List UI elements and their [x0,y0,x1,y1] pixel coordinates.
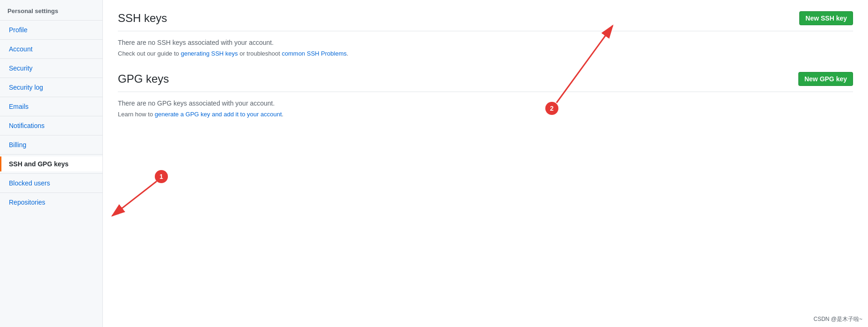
sidebar-item-blocked-users[interactable]: Blocked users [0,176,102,191]
ssh-help-link2[interactable]: common SSH Problems [282,50,347,57]
sidebar-divider-1 [0,39,102,40]
sidebar: Personal settings Profile Account Securi… [0,0,103,327]
ssh-empty-message: There are no SSH keys associated with yo… [118,39,853,46]
gpg-help-suffix: . [282,111,284,118]
sidebar-divider-3 [0,78,102,78]
sidebar-header: Personal settings [0,0,102,18]
new-ssh-key-button[interactable]: New SSH key [799,11,853,25]
gpg-section-header: GPG keys New GPG key [118,72,853,92]
sidebar-divider-8 [0,173,102,174]
sidebar-item-profile[interactable]: Profile [0,22,102,37]
ssh-section-title: SSH keys [118,12,167,25]
sidebar-divider [0,20,102,21]
sidebar-divider-2 [0,58,102,59]
gpg-keys-section: GPG keys New GPG key There are no GPG ke… [118,72,853,118]
sidebar-item-notifications[interactable]: Notifications [0,118,102,133]
sidebar-divider-4 [0,97,102,97]
ssh-help-text: Check out our guide to generating SSH ke… [118,50,853,57]
sidebar-item-emails[interactable]: Emails [0,99,102,114]
main-content: SSH keys New SSH key There are no SSH ke… [103,0,868,327]
sidebar-divider-5 [0,116,102,116]
sidebar-item-repositories[interactable]: Repositories [0,195,102,210]
gpg-empty-message: There are no GPG keys associated with yo… [118,100,853,107]
ssh-help-link1[interactable]: generating SSH keys [181,50,238,57]
sidebar-item-security-log[interactable]: Security log [0,80,102,95]
gpg-help-link1[interactable]: generate a GPG key and add it to your ac… [155,111,282,118]
sidebar-divider-6 [0,135,102,135]
ssh-help-middle: or troubleshoot [238,50,282,57]
new-gpg-key-button[interactable]: New GPG key [798,72,853,86]
sidebar-item-ssh-gpg-keys[interactable]: SSH and GPG keys [0,156,102,171]
sidebar-item-billing[interactable]: Billing [0,137,102,152]
gpg-section-title: GPG keys [118,72,169,85]
ssh-help-suffix: . [347,50,348,57]
sidebar-item-security[interactable]: Security [0,61,102,76]
sidebar-divider-7 [0,154,102,155]
watermark: CSDN @是木子啦~ [813,315,862,323]
ssh-help-prefix: Check out our guide to [118,50,181,57]
sidebar-item-account[interactable]: Account [0,42,102,57]
ssh-section-header: SSH keys New SSH key [118,11,853,31]
gpg-help-text: Learn how to generate a GPG key and add … [118,111,853,118]
sidebar-divider-9 [0,192,102,193]
ssh-keys-section: SSH keys New SSH key There are no SSH ke… [118,11,853,57]
gpg-help-prefix: Learn how to [118,111,155,118]
